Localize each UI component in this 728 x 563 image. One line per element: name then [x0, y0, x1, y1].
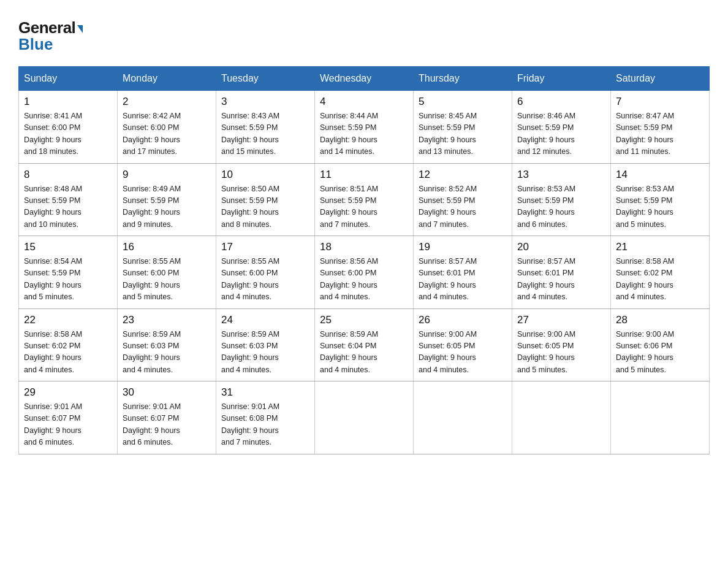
calendar-cell: 31 Sunrise: 9:01 AMSunset: 6:08 PMDaylig… [216, 381, 315, 454]
day-number: 25 [320, 314, 408, 326]
day-info: Sunrise: 8:55 AMSunset: 6:00 PMDaylight:… [123, 256, 211, 304]
day-number: 31 [221, 386, 309, 399]
day-number: 28 [616, 314, 704, 326]
calendar-cell: 4 Sunrise: 8:44 AMSunset: 5:59 PMDayligh… [315, 91, 414, 164]
day-info: Sunrise: 9:01 AMSunset: 6:07 PMDaylight:… [123, 401, 211, 449]
calendar-cell: 24 Sunrise: 8:59 AMSunset: 6:03 PMDaylig… [216, 308, 315, 381]
day-of-week-header: Monday [118, 67, 216, 91]
day-info: Sunrise: 9:01 AMSunset: 6:07 PMDaylight:… [24, 401, 112, 449]
day-number: 5 [419, 96, 507, 108]
day-number: 9 [123, 169, 211, 181]
day-number: 4 [320, 96, 408, 108]
day-info: Sunrise: 9:00 AMSunset: 6:05 PMDaylight:… [517, 329, 605, 377]
calendar-cell: 19 Sunrise: 8:57 AMSunset: 6:01 PMDaylig… [414, 236, 512, 309]
calendar-cell: 5 Sunrise: 8:45 AMSunset: 5:59 PMDayligh… [414, 91, 512, 164]
calendar-cell: 8 Sunrise: 8:48 AMSunset: 5:59 PMDayligh… [19, 163, 118, 236]
calendar-cell: 6 Sunrise: 8:46 AMSunset: 5:59 PMDayligh… [512, 91, 611, 164]
day-number: 6 [517, 96, 605, 108]
day-info: Sunrise: 9:00 AMSunset: 6:06 PMDaylight:… [616, 329, 704, 377]
calendar-cell: 9 Sunrise: 8:49 AMSunset: 5:59 PMDayligh… [118, 163, 216, 236]
day-info: Sunrise: 8:58 AMSunset: 6:02 PMDaylight:… [24, 329, 112, 377]
day-of-week-header: Thursday [414, 67, 512, 91]
day-number: 16 [123, 241, 211, 253]
day-info: Sunrise: 8:53 AMSunset: 5:59 PMDaylight:… [616, 183, 704, 231]
day-info: Sunrise: 8:59 AMSunset: 6:04 PMDaylight:… [320, 329, 408, 377]
day-info: Sunrise: 8:49 AMSunset: 5:59 PMDaylight:… [123, 183, 211, 231]
day-number: 8 [24, 169, 112, 181]
calendar-cell: 20 Sunrise: 8:57 AMSunset: 6:01 PMDaylig… [512, 236, 611, 309]
day-info: Sunrise: 8:53 AMSunset: 5:59 PMDaylight:… [517, 183, 605, 231]
calendar-cell: 11 Sunrise: 8:51 AMSunset: 5:59 PMDaylig… [315, 163, 414, 236]
calendar-cell: 27 Sunrise: 9:00 AMSunset: 6:05 PMDaylig… [512, 308, 611, 381]
day-number: 11 [320, 169, 408, 181]
day-number: 20 [517, 241, 605, 253]
calendar-cell: 22 Sunrise: 8:58 AMSunset: 6:02 PMDaylig… [19, 308, 118, 381]
day-number: 22 [24, 314, 112, 326]
day-info: Sunrise: 9:01 AMSunset: 6:08 PMDaylight:… [221, 401, 309, 449]
day-info: Sunrise: 8:44 AMSunset: 5:59 PMDaylight:… [320, 110, 408, 158]
day-info: Sunrise: 8:48 AMSunset: 5:59 PMDaylight:… [24, 183, 112, 231]
day-of-week-header: Friday [512, 67, 611, 91]
day-info: Sunrise: 8:59 AMSunset: 6:03 PMDaylight:… [221, 329, 309, 377]
calendar-cell: 29 Sunrise: 9:01 AMSunset: 6:07 PMDaylig… [19, 381, 118, 454]
calendar-cell: 16 Sunrise: 8:55 AMSunset: 6:00 PMDaylig… [118, 236, 216, 309]
day-info: Sunrise: 9:00 AMSunset: 6:05 PMDaylight:… [419, 329, 507, 377]
day-info: Sunrise: 8:51 AMSunset: 5:59 PMDaylight:… [320, 183, 408, 231]
calendar-cell: 1 Sunrise: 8:41 AMSunset: 6:00 PMDayligh… [19, 91, 118, 164]
calendar-cell [512, 381, 611, 454]
day-number: 27 [517, 314, 605, 326]
day-number: 29 [24, 386, 112, 399]
day-of-week-header: Saturday [611, 67, 710, 91]
calendar-cell: 18 Sunrise: 8:56 AMSunset: 6:00 PMDaylig… [315, 236, 414, 309]
day-info: Sunrise: 8:54 AMSunset: 5:59 PMDaylight:… [24, 256, 112, 304]
day-number: 17 [221, 241, 309, 253]
calendar-cell: 10 Sunrise: 8:50 AMSunset: 5:59 PMDaylig… [216, 163, 315, 236]
calendar-cell: 26 Sunrise: 9:00 AMSunset: 6:05 PMDaylig… [414, 308, 512, 381]
day-number: 30 [123, 386, 211, 399]
day-info: Sunrise: 8:55 AMSunset: 6:00 PMDaylight:… [221, 256, 309, 304]
calendar-cell [414, 381, 512, 454]
day-number: 3 [221, 96, 309, 108]
calendar-cell: 13 Sunrise: 8:53 AMSunset: 5:59 PMDaylig… [512, 163, 611, 236]
calendar-cell: 15 Sunrise: 8:54 AMSunset: 5:59 PMDaylig… [19, 236, 118, 309]
day-info: Sunrise: 8:57 AMSunset: 6:01 PMDaylight:… [419, 256, 507, 304]
day-number: 1 [24, 96, 112, 108]
day-number: 12 [419, 169, 507, 181]
day-of-week-header: Wednesday [315, 67, 414, 91]
calendar-cell: 2 Sunrise: 8:42 AMSunset: 6:00 PMDayligh… [118, 91, 216, 164]
day-number: 21 [616, 241, 704, 253]
calendar-week-row: 8 Sunrise: 8:48 AMSunset: 5:59 PMDayligh… [19, 163, 710, 236]
calendar-cell [315, 381, 414, 454]
day-number: 15 [24, 241, 112, 253]
calendar-cell: 12 Sunrise: 8:52 AMSunset: 5:59 PMDaylig… [414, 163, 512, 236]
calendar-cell [611, 381, 710, 454]
day-info: Sunrise: 8:42 AMSunset: 6:00 PMDaylight:… [123, 110, 211, 158]
day-info: Sunrise: 8:59 AMSunset: 6:03 PMDaylight:… [123, 329, 211, 377]
day-info: Sunrise: 8:52 AMSunset: 5:59 PMDaylight:… [419, 183, 507, 231]
calendar-cell: 25 Sunrise: 8:59 AMSunset: 6:04 PMDaylig… [315, 308, 414, 381]
day-info: Sunrise: 8:58 AMSunset: 6:02 PMDaylight:… [616, 256, 704, 304]
logo: General Blue [18, 18, 83, 54]
calendar-cell: 3 Sunrise: 8:43 AMSunset: 5:59 PMDayligh… [216, 91, 315, 164]
logo-blue-text: Blue [18, 35, 53, 54]
calendar-cell: 7 Sunrise: 8:47 AMSunset: 5:59 PMDayligh… [611, 91, 710, 164]
calendar-week-row: 22 Sunrise: 8:58 AMSunset: 6:02 PMDaylig… [19, 308, 710, 381]
day-of-week-header: Sunday [19, 67, 118, 91]
day-number: 2 [123, 96, 211, 108]
day-of-week-header: Tuesday [216, 67, 315, 91]
day-number: 14 [616, 169, 704, 181]
day-number: 10 [221, 169, 309, 181]
calendar-table: SundayMondayTuesdayWednesdayThursdayFrid… [18, 66, 710, 454]
day-info: Sunrise: 8:50 AMSunset: 5:59 PMDaylight:… [221, 183, 309, 231]
day-number: 19 [419, 241, 507, 253]
calendar-cell: 21 Sunrise: 8:58 AMSunset: 6:02 PMDaylig… [611, 236, 710, 309]
calendar-cell: 14 Sunrise: 8:53 AMSunset: 5:59 PMDaylig… [611, 163, 710, 236]
calendar-week-row: 1 Sunrise: 8:41 AMSunset: 6:00 PMDayligh… [19, 91, 710, 164]
calendar-week-row: 29 Sunrise: 9:01 AMSunset: 6:07 PMDaylig… [19, 381, 710, 454]
day-info: Sunrise: 8:46 AMSunset: 5:59 PMDaylight:… [517, 110, 605, 158]
day-number: 18 [320, 241, 408, 253]
day-info: Sunrise: 8:56 AMSunset: 6:00 PMDaylight:… [320, 256, 408, 304]
calendar-cell: 23 Sunrise: 8:59 AMSunset: 6:03 PMDaylig… [118, 308, 216, 381]
day-number: 7 [616, 96, 704, 108]
calendar-week-row: 15 Sunrise: 8:54 AMSunset: 5:59 PMDaylig… [19, 236, 710, 309]
